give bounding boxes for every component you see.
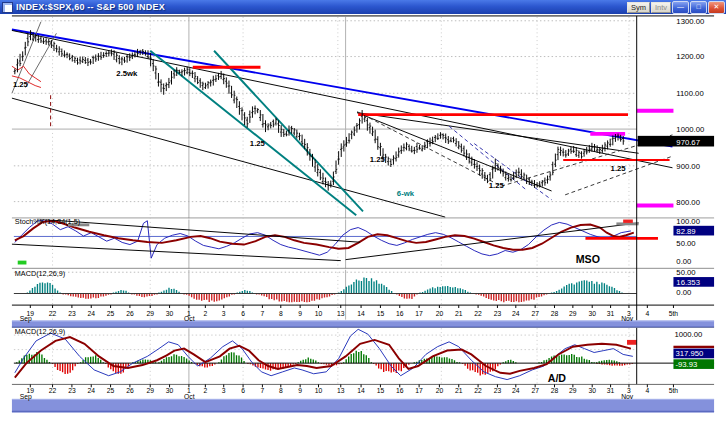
svg-text:22: 22 [474,310,482,317]
svg-text:23: 23 [494,310,502,317]
svg-text:50.00: 50.00 [676,268,695,277]
svg-text:0.00: 0.00 [676,257,691,266]
svg-text:1.25: 1.25 [13,81,29,90]
svg-text:14: 14 [357,387,365,394]
svg-text:13: 13 [337,310,345,317]
svg-text:1100.00: 1100.00 [676,89,703,98]
svg-text:8: 8 [279,387,283,394]
svg-text:21: 21 [455,310,463,317]
svg-text:22: 22 [49,310,57,317]
maximize-button[interactable]: □ [690,1,707,14]
svg-text:13: 13 [337,387,345,394]
svg-text:82.89: 82.89 [676,227,695,236]
svg-text:16.353: 16.353 [676,278,700,287]
svg-text:30: 30 [588,387,596,394]
app-icon [2,2,13,13]
svg-text:A/D: A/D [548,372,567,384]
svg-text:10: 10 [315,387,323,394]
svg-text:317.950: 317.950 [675,349,703,358]
svg-text:23: 23 [68,310,76,317]
svg-text:7: 7 [261,387,265,394]
svg-text:22: 22 [49,387,57,394]
svg-text:900.00: 900.00 [676,162,700,171]
close-button[interactable]: ✕ [708,1,725,14]
svg-text:2: 2 [203,387,207,394]
svg-text:Sep: Sep [20,393,32,401]
svg-text:3: 3 [222,310,226,317]
svg-text:17: 17 [415,387,423,394]
svg-text:Oct: Oct [184,315,195,322]
svg-text:28: 28 [551,310,559,317]
svg-text:MSO: MSO [576,253,600,265]
svg-text:3: 3 [222,387,226,394]
intv-button[interactable]: Intv [651,2,671,13]
svg-text:6: 6 [241,387,245,394]
svg-text:15: 15 [377,310,385,317]
svg-text:9: 9 [298,387,302,394]
svg-text:16: 16 [396,387,404,394]
svg-text:Nov: Nov [621,315,634,322]
svg-text:20: 20 [436,310,444,317]
svg-text:17: 17 [415,310,423,317]
svg-text:26: 26 [126,387,134,394]
svg-text:31: 31 [607,387,615,394]
svg-text:1.25: 1.25 [489,181,505,190]
svg-text:10: 10 [315,310,323,317]
svg-text:5th: 5th [669,310,679,317]
window-title: INDEX:$SPX,60 -- S&P 500 INDEX [16,2,165,12]
svg-text:1300.00: 1300.00 [676,17,704,26]
svg-text:25: 25 [107,387,115,394]
svg-text:30: 30 [166,310,174,317]
svg-text:Stoch%K(14,34(1,5): Stoch%K(14,34(1,5) [15,217,80,226]
svg-text:0.00: 0.00 [676,288,691,297]
svg-text:100.00: 100.00 [676,217,700,226]
svg-text:6-wk: 6-wk [397,189,415,198]
svg-text:1.25: 1.25 [250,139,266,148]
svg-text:30: 30 [588,310,596,317]
svg-text:8: 8 [279,310,283,317]
svg-text:2: 2 [203,310,207,317]
ad-marks [627,340,637,345]
svg-text:22: 22 [474,387,482,394]
svg-text:21: 21 [455,387,463,394]
svg-text:24: 24 [512,310,520,317]
svg-text:MACD(12,26,9): MACD(12,26,9) [15,269,65,278]
chart-area[interactable]: 1300.001200.001100.001000.00900.00800.00… [0,14,726,426]
svg-text:23: 23 [494,387,502,394]
minimize-button[interactable]: — [672,1,689,14]
svg-text:7: 7 [261,310,265,317]
svg-text:6: 6 [241,310,245,317]
sym-button[interactable]: Sym [627,2,650,13]
svg-text:1.25: 1.25 [370,155,386,164]
svg-text:50.00: 50.00 [676,239,695,248]
stoch-green-marker [18,261,27,265]
svg-text:1000.00: 1000.00 [676,125,704,134]
svg-text:1000.00: 1000.00 [674,330,702,339]
svg-text:29: 29 [146,387,154,394]
svg-text:29: 29 [569,310,577,317]
svg-text:14: 14 [357,310,365,317]
svg-text:28: 28 [551,387,559,394]
svg-text:24: 24 [87,387,95,394]
svg-text:Nov: Nov [621,393,634,400]
svg-text:Sep: Sep [20,315,32,323]
stoch-red-marker [623,219,633,223]
svg-text:9: 9 [298,310,302,317]
svg-text:970.67: 970.67 [676,138,700,147]
svg-text:31: 31 [607,310,615,317]
svg-text:Oct: Oct [184,393,195,400]
svg-text:15: 15 [377,387,385,394]
svg-text:4: 4 [645,310,649,317]
ad-red-marker [627,340,637,345]
svg-text:23: 23 [68,387,76,394]
svg-text:2.5wk: 2.5wk [116,69,138,78]
svg-text:-93.93: -93.93 [675,360,697,369]
svg-text:4: 4 [645,387,649,394]
svg-text:24: 24 [512,387,520,394]
svg-text:27: 27 [531,310,539,317]
svg-text:16: 16 [396,310,404,317]
window-titlebar[interactable]: INDEX:$SPX,60 -- S&P 500 INDEX Sym Intv … [0,0,726,14]
svg-text:25: 25 [107,310,115,317]
svg-text:26: 26 [126,310,134,317]
svg-text:5th: 5th [669,387,679,394]
